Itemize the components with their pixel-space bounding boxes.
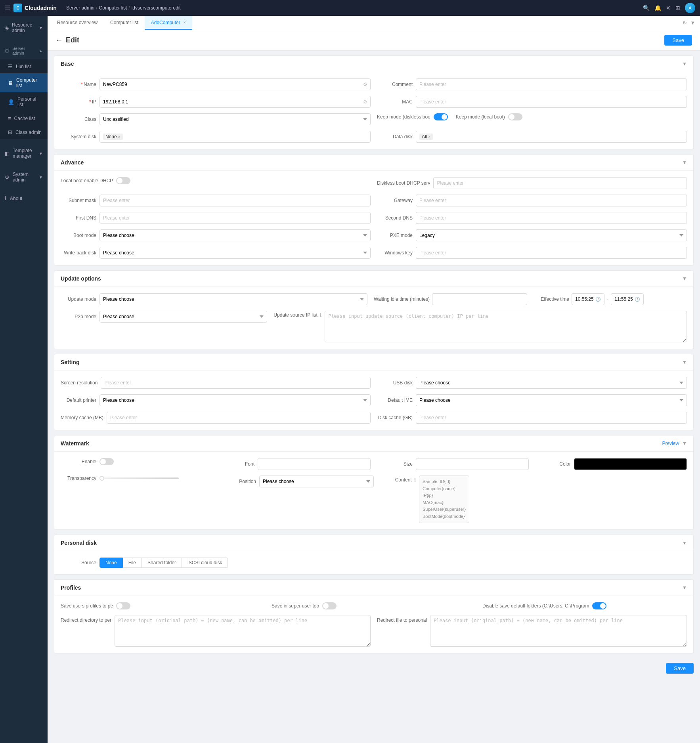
size-input[interactable] [416, 458, 529, 470]
reload-icon[interactable]: ↻ [683, 20, 687, 26]
save-users-profiles-label: Save users profiles to pe [61, 603, 113, 609]
sidebar-item-cache-list[interactable]: ≡ Cache list [0, 111, 48, 125]
breadcrumb-item-3[interactable]: idvserverscomputeredit [132, 5, 181, 11]
font-input[interactable] [258, 458, 371, 470]
tab-resource-overview[interactable]: Resource overview [51, 16, 104, 30]
bottom-actions: Save [48, 658, 700, 678]
sidebar-item-resource-admin[interactable]: ◈ Resource admin ▼ [0, 18, 48, 37]
redirect-file-textarea[interactable] [430, 615, 687, 647]
sidebar-group-template: ◧ Template manager ▼ [0, 141, 48, 165]
section-update-header[interactable]: Update options ▼ [54, 271, 693, 287]
avatar[interactable]: A [685, 3, 695, 13]
windows-key-input[interactable] [416, 247, 687, 259]
source-shared-btn[interactable]: Shared folder [142, 558, 182, 568]
memory-cache-input[interactable] [107, 412, 371, 424]
bell-icon[interactable]: 🔔 [654, 5, 661, 11]
default-ime-select[interactable]: Please choose [416, 394, 687, 406]
tab-computer-list[interactable]: Computer list [104, 16, 145, 30]
section-profiles-header[interactable]: Profiles ▼ [54, 580, 693, 596]
default-printer-select[interactable]: Please choose [99, 394, 371, 406]
data-disk-tag-remove[interactable]: × [428, 135, 430, 139]
redirect-dir-label: Redirect directory to per [61, 615, 111, 623]
write-back-disk-select[interactable]: Please choose [99, 247, 371, 259]
color-swatch[interactable] [574, 458, 687, 470]
ip-clear-icon[interactable]: ⚙ [363, 99, 367, 105]
keep-diskless-toggle[interactable] [434, 113, 448, 120]
grid-icon[interactable]: ⊞ [675, 5, 680, 11]
tab-close-icon[interactable]: × [184, 20, 186, 25]
save-users-profiles-toggle[interactable] [116, 602, 130, 609]
update-mode-select[interactable]: Please choose [99, 293, 367, 305]
screen-resolution-group: Screen resolution [61, 377, 371, 389]
redirect-dir-textarea[interactable] [115, 615, 371, 647]
sidebar-item-class-admin[interactable]: ⊞ Class admin [0, 125, 48, 139]
sidebar-item-template-manager[interactable]: ◧ Template manager ▼ [0, 144, 48, 163]
screen-resolution-input[interactable] [101, 377, 371, 389]
section-watermark-header[interactable]: Watermark Preview ▼ [54, 435, 693, 452]
close-icon[interactable]: ✕ [666, 5, 671, 11]
save-button-bottom[interactable]: Save [666, 663, 694, 674]
class-select[interactable]: Unclassified [99, 113, 371, 125]
save-button[interactable]: Save [664, 35, 692, 46]
back-arrow-icon[interactable]: ← [55, 36, 63, 44]
sidebar-item-personal-list[interactable]: 👤 Personal list [0, 92, 48, 111]
update-source-ip-textarea[interactable] [325, 311, 687, 342]
usb-disk-select[interactable]: Please choose [416, 377, 687, 389]
breadcrumb-item-2[interactable]: Computer list [99, 5, 127, 11]
source-iscsi-btn[interactable]: iSCSI cloud disk [182, 558, 228, 568]
time-end-picker[interactable]: 11:55:25 🕐 [611, 293, 644, 305]
search-icon[interactable]: 🔍 [643, 5, 650, 11]
name-input[interactable] [99, 78, 371, 90]
mac-group: MAC [377, 96, 687, 108]
second-dns-input[interactable] [416, 212, 687, 224]
section-personal-disk-header[interactable]: Personal disk ▼ [54, 535, 693, 551]
sidebar-item-server-admin[interactable]: ⬡ Server admin ▲ [0, 42, 48, 59]
comment-input[interactable] [416, 78, 687, 90]
breadcrumb-item-1[interactable]: Server admin [66, 5, 94, 11]
content-info-icon[interactable]: ℹ [414, 478, 416, 482]
waiting-idle-input[interactable] [432, 293, 527, 305]
sidebar-label-personal: Personal list [17, 96, 43, 107]
sidebar-item-system-admin[interactable]: ⚙ System admin ▼ [0, 168, 48, 187]
sidebar-group-system: ⚙ System admin ▼ [0, 165, 48, 189]
first-dns-input[interactable] [99, 212, 371, 224]
ip-input[interactable] [99, 96, 371, 108]
mac-input[interactable] [416, 96, 687, 108]
pxe-mode-label: PXE mode [377, 233, 413, 238]
diskless-dhcp-input[interactable] [433, 177, 687, 189]
data-disk-input[interactable]: All× [416, 131, 687, 143]
disable-save-default-toggle[interactable] [592, 602, 606, 609]
keep-local-toggle[interactable] [508, 113, 522, 120]
sidebar-item-computer-list[interactable]: 🖥 Computer list [0, 73, 48, 92]
disk-cache-input[interactable] [416, 412, 687, 424]
boot-mode-select[interactable]: Please choose [99, 229, 371, 241]
sidebar-item-about[interactable]: ℹ About [0, 191, 48, 205]
update-source-info-icon[interactable]: ℹ [320, 313, 321, 317]
save-super-user-toggle[interactable] [322, 602, 337, 609]
source-file-btn[interactable]: File [123, 558, 142, 568]
system-disk-input[interactable]: None× [99, 131, 371, 143]
section-base-header[interactable]: Base ▼ [54, 56, 693, 72]
section-personal-disk-body: Source None File Shared folder iSCSI clo… [54, 551, 693, 574]
chevron-down-icon[interactable]: ▼ [690, 20, 695, 26]
section-setting-header[interactable]: Setting ▼ [54, 354, 693, 371]
system-disk-tag-remove[interactable]: × [118, 135, 120, 139]
position-select[interactable]: Please choose [259, 476, 374, 487]
hamburger-icon[interactable]: ☰ [5, 4, 10, 12]
transparency-slider[interactable] [99, 478, 179, 479]
name-clear-icon[interactable]: ⚙ [363, 82, 367, 87]
source-none-btn[interactable]: None [99, 558, 123, 568]
subnet-mask-input[interactable] [99, 195, 371, 206]
time-start-picker[interactable]: 10:55:25 🕐 [572, 293, 604, 305]
section-advance-header[interactable]: Advance ▼ [54, 155, 693, 171]
preview-link[interactable]: Preview [662, 441, 679, 446]
tab-add-computer[interactable]: AddComputer × [145, 16, 192, 30]
pxe-mode-select[interactable]: Legacy [416, 229, 687, 241]
watermark-enable-toggle[interactable] [99, 458, 114, 465]
local-boot-dhcp-toggle[interactable] [116, 177, 130, 184]
system-admin-icon: ⚙ [5, 174, 10, 180]
p2p-mode-select[interactable]: Please choose [99, 311, 267, 323]
sidebar-item-lun-list[interactable]: ☰ Lun list [0, 59, 48, 73]
section-advance-title: Advance [61, 159, 84, 166]
gateway-input[interactable] [416, 195, 687, 206]
